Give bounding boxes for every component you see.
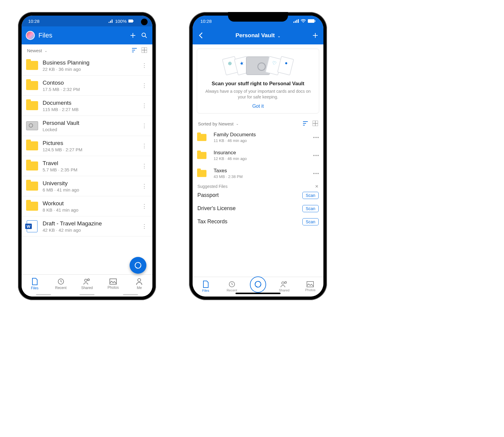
file-more-button[interactable]: ⋮ bbox=[142, 105, 147, 106]
file-row[interactable]: Documents115 MB · 2:27 MB⋮ bbox=[22, 96, 152, 116]
android-status-bar: 10:28 100% bbox=[22, 16, 152, 26]
card-illustration: ⊕ ★ ♡ ● bbox=[201, 54, 315, 78]
word-file-icon bbox=[27, 220, 38, 232]
chevron-down-icon: ⌄ bbox=[278, 34, 280, 38]
tab-photos[interactable]: Photos bbox=[100, 275, 126, 293]
chevron-down-icon: ⌄ bbox=[44, 49, 47, 53]
tab-photos[interactable]: Photos bbox=[297, 277, 323, 295]
file-more-button[interactable]: ⋮ bbox=[142, 206, 147, 207]
file-row[interactable]: Insurance12 KB · 46 min ago••• bbox=[193, 147, 323, 165]
file-name: Personal Vault bbox=[43, 120, 137, 126]
file-meta: 115 MB · 2:27 MB bbox=[43, 107, 137, 112]
add-button[interactable] bbox=[129, 32, 137, 39]
tab-label: Photos bbox=[305, 288, 315, 292]
tab-label: Shared bbox=[279, 288, 289, 292]
info-card: ⊕ ★ ♡ ● Scan your stuff right to Persona… bbox=[197, 49, 319, 113]
add-button[interactable] bbox=[311, 32, 319, 39]
suggested-list: PassportScanDriver's LicenseScanTax Reco… bbox=[193, 189, 323, 228]
tab-me[interactable]: Me bbox=[126, 275, 152, 293]
signal-icon bbox=[293, 19, 299, 23]
avatar[interactable] bbox=[26, 31, 35, 40]
file-meta: 12 KB · 46 min ago bbox=[214, 156, 309, 161]
status-battery-pct: 100% bbox=[115, 19, 127, 24]
file-more-button[interactable]: ⋮ bbox=[142, 226, 147, 227]
file-row[interactable]: Family Documents11 KB · 46 min ago••• bbox=[193, 129, 323, 147]
folder-icon bbox=[26, 182, 38, 191]
file-name: Workout bbox=[43, 200, 137, 207]
sort-icon[interactable] bbox=[131, 48, 137, 53]
chevron-left-icon bbox=[199, 32, 203, 39]
file-row[interactable]: Business Planning22 KB · 36 min ago⋮ bbox=[22, 56, 152, 76]
scan-button[interactable]: Scan bbox=[302, 218, 319, 225]
svg-rect-10 bbox=[293, 22, 294, 23]
svg-point-2 bbox=[142, 33, 146, 37]
tab-label: Shared bbox=[81, 286, 93, 290]
search-button[interactable] bbox=[140, 32, 148, 39]
sort-icon[interactable] bbox=[302, 121, 308, 127]
file-more-button[interactable]: ⋮ bbox=[142, 165, 147, 167]
scan-fab[interactable] bbox=[130, 257, 146, 274]
signal-icon bbox=[109, 19, 113, 23]
file-row[interactable]: University6 MB · 41 min ago⋮ bbox=[22, 176, 152, 196]
sort-label: Newest bbox=[27, 48, 42, 53]
sort-dropdown[interactable]: Sorted by Newest ⌄ bbox=[198, 121, 298, 126]
file-more-button[interactable]: ••• bbox=[313, 155, 319, 156]
file-list: Business Planning22 KB · 36 min ago⋮Cont… bbox=[22, 56, 152, 274]
file-row[interactable]: Workout8 KB · 41 min ago⋮ bbox=[22, 196, 152, 216]
file-name: Pictures bbox=[43, 140, 137, 146]
suggested-row: Tax RecordsScan bbox=[193, 215, 323, 228]
sort-dropdown[interactable]: Newest ⌄ bbox=[27, 48, 127, 53]
file-row[interactable]: Taxes43 MB · 2:38 PM••• bbox=[193, 165, 323, 183]
file-name: Documents bbox=[43, 100, 137, 106]
file-more-button[interactable]: ⋮ bbox=[142, 185, 147, 187]
folder-icon bbox=[26, 101, 38, 110]
file-more-button[interactable]: ••• bbox=[313, 173, 319, 174]
file-more-button[interactable]: ⋮ bbox=[142, 125, 147, 126]
android-phone-frame: 10:28 100% Files Newest ⌄ bbox=[18, 12, 156, 300]
tab-recent[interactable]: Recent bbox=[48, 275, 74, 293]
file-row[interactable]: Draft - Travel Magazine42 KB · 42 min ag… bbox=[22, 216, 152, 237]
suggested-name: Tax Records bbox=[197, 218, 227, 225]
tab-shared[interactable]: Shared bbox=[74, 275, 100, 293]
file-more-button[interactable]: ••• bbox=[313, 137, 319, 138]
svg-rect-11 bbox=[295, 21, 296, 23]
scan-button[interactable] bbox=[250, 276, 266, 293]
camera-shutter-icon bbox=[134, 261, 142, 269]
file-meta: Locked bbox=[43, 127, 137, 132]
tab-files[interactable]: Files bbox=[193, 277, 219, 295]
svg-rect-8 bbox=[110, 279, 116, 284]
file-name: Family Documents bbox=[214, 132, 309, 138]
file-meta: 11 KB · 46 min ago bbox=[214, 138, 309, 143]
sort-label: Sorted by Newest bbox=[198, 121, 233, 126]
file-more-button[interactable]: ⋮ bbox=[142, 85, 147, 86]
file-more-button[interactable]: ⋮ bbox=[142, 145, 147, 146]
camera-shutter-icon bbox=[254, 280, 262, 288]
battery-icon bbox=[128, 20, 134, 23]
android-nav-bar bbox=[22, 293, 152, 297]
file-row[interactable]: Travel5.7 MB · 2:35 PM⋮ bbox=[22, 156, 152, 176]
file-name: Travel bbox=[43, 160, 137, 167]
file-meta: 124.5 MB · 2:27 PM bbox=[43, 147, 137, 152]
close-suggested-button[interactable]: ✕ bbox=[315, 184, 319, 189]
card-cta-button[interactable]: Got it bbox=[201, 104, 315, 109]
file-list: Family Documents11 KB · 46 min ago•••Ins… bbox=[193, 129, 323, 183]
file-more-button[interactable]: ⋮ bbox=[142, 65, 147, 66]
file-name: Contoso bbox=[43, 80, 137, 86]
page-title-dropdown[interactable]: Personal Vault ⌄ bbox=[208, 32, 308, 39]
plus-icon bbox=[312, 32, 319, 39]
grid-view-button[interactable] bbox=[142, 47, 147, 54]
scan-button[interactable]: Scan bbox=[302, 192, 319, 199]
status-right: 100% bbox=[109, 19, 134, 24]
battery-icon bbox=[308, 19, 316, 23]
back-button[interactable] bbox=[197, 32, 205, 39]
file-meta: 43 MB · 2:38 PM bbox=[214, 174, 309, 179]
home-indicator bbox=[236, 293, 280, 294]
file-row[interactable]: Pictures124.5 MB · 2:27 PM⋮ bbox=[22, 136, 152, 156]
folder-icon bbox=[197, 134, 206, 141]
file-row[interactable]: Personal VaultLocked⋮ bbox=[22, 116, 152, 136]
tab-files[interactable]: Files bbox=[22, 275, 48, 293]
suggested-row: Driver's LicenseScan bbox=[193, 202, 323, 215]
scan-button[interactable]: Scan bbox=[302, 205, 319, 212]
grid-view-button[interactable] bbox=[313, 121, 318, 127]
file-row[interactable]: Contoso17.5 MB · 2:32 PM⋮ bbox=[22, 76, 152, 96]
